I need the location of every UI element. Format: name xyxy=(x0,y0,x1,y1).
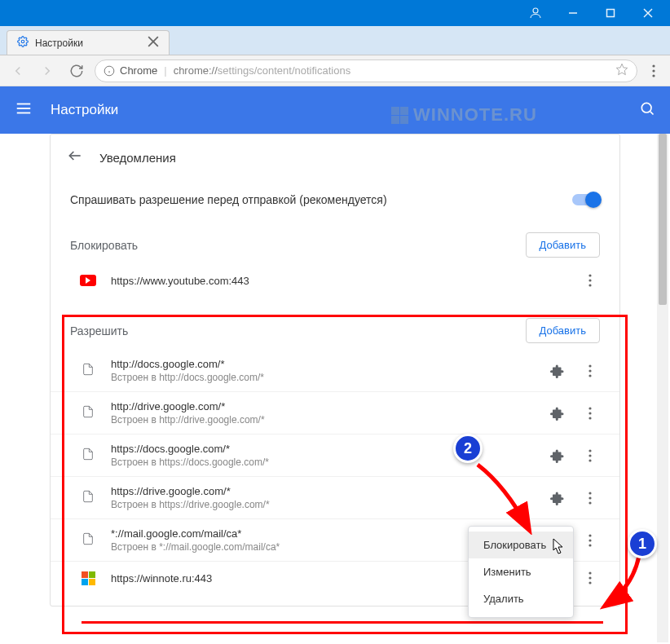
site-row: https://www.youtube.com:443 xyxy=(51,264,619,297)
svg-point-23 xyxy=(588,284,591,286)
site-url: https://www.youtube.com:443 xyxy=(111,275,566,287)
svg-rect-2 xyxy=(607,10,615,17)
row-menu-button[interactable] xyxy=(580,571,600,584)
svg-point-40 xyxy=(588,576,591,579)
allow-section-title: Разрешить xyxy=(70,324,128,337)
annotation-arrow-2 xyxy=(473,461,538,535)
svg-point-29 xyxy=(588,417,591,419)
add-allow-button[interactable]: Добавить xyxy=(526,318,600,343)
minimize-button[interactable] xyxy=(554,0,592,26)
svg-point-31 xyxy=(588,454,591,457)
address-bar[interactable]: Chrome | chrome://settings/content/notif… xyxy=(95,60,637,82)
extension-icon xyxy=(549,405,566,421)
context-menu-item[interactable]: Удалить xyxy=(469,585,573,612)
browser-tab[interactable]: Настройки xyxy=(7,30,170,55)
back-arrow-icon[interactable] xyxy=(67,148,83,167)
browser-toolbar: Chrome | chrome://settings/content/notif… xyxy=(0,55,670,86)
reload-button[interactable] xyxy=(65,60,88,82)
svg-point-25 xyxy=(588,369,591,372)
nav-back-button[interactable] xyxy=(7,60,29,82)
site-favicon xyxy=(80,448,96,464)
svg-line-19 xyxy=(650,112,654,115)
row-menu-button[interactable] xyxy=(580,407,600,420)
svg-point-37 xyxy=(588,539,591,541)
extension-icon xyxy=(549,363,566,379)
svg-point-39 xyxy=(588,571,591,574)
site-sublabel: Встроен в http://drive.google.com/* xyxy=(111,414,535,426)
extension-icon xyxy=(549,490,566,506)
page-title: Уведомления xyxy=(99,151,176,165)
svg-point-30 xyxy=(588,449,591,452)
svg-point-35 xyxy=(588,501,591,504)
site-url: http://drive.google.com/* xyxy=(111,400,535,412)
svg-point-22 xyxy=(588,279,591,281)
site-sublabel: Встроен в https://drive.google.com/* xyxy=(111,499,535,510)
svg-point-27 xyxy=(588,407,591,409)
site-favicon xyxy=(80,570,96,586)
site-favicon xyxy=(80,490,96,506)
browser-menu-button[interactable] xyxy=(644,64,663,77)
extension-icon xyxy=(549,448,566,464)
gear-icon xyxy=(17,36,29,50)
site-sublabel: Встроен в http://docs.google.com/* xyxy=(111,372,535,383)
annotation-arrow-1 xyxy=(600,554,642,611)
close-window-button[interactable] xyxy=(629,0,667,26)
site-row: http://drive.google.com/*Встроен в http:… xyxy=(51,391,619,434)
annotation-badge-2: 2 xyxy=(453,434,483,463)
block-section-header: Блокировать Добавить xyxy=(51,219,619,264)
svg-point-14 xyxy=(652,74,655,77)
site-favicon xyxy=(80,272,96,289)
watermark: WINNOTE.RU xyxy=(391,104,537,126)
ask-permission-row: Спрашивать разрешение перед отправкой (р… xyxy=(51,180,619,219)
maximize-button[interactable] xyxy=(592,0,629,26)
hamburger-menu-icon[interactable] xyxy=(15,99,33,121)
context-menu-item[interactable]: Изменить xyxy=(469,558,573,585)
site-favicon xyxy=(80,532,96,549)
scrollbar-thumb[interactable] xyxy=(659,134,667,305)
svg-point-38 xyxy=(588,544,591,546)
svg-point-26 xyxy=(588,374,591,377)
svg-marker-11 xyxy=(616,64,627,74)
search-icon[interactable] xyxy=(639,100,655,120)
svg-point-32 xyxy=(588,459,591,461)
window-titlebar xyxy=(0,0,670,26)
user-account-icon[interactable] xyxy=(517,0,554,26)
nav-forward-button[interactable] xyxy=(36,60,59,82)
bookmark-star-icon[interactable] xyxy=(615,63,628,78)
url-path: settings/content/notifications xyxy=(218,64,350,77)
svg-point-21 xyxy=(588,274,591,276)
site-url: https://drive.google.com/* xyxy=(111,485,535,497)
row-menu-button[interactable] xyxy=(580,449,600,462)
tab-strip: Настройки xyxy=(0,26,670,55)
add-block-button[interactable]: Добавить xyxy=(526,232,600,258)
row-menu-button[interactable] xyxy=(580,492,600,505)
mouse-cursor-icon xyxy=(551,538,566,556)
address-label: Chrome xyxy=(120,64,157,77)
svg-point-12 xyxy=(652,64,655,67)
svg-point-41 xyxy=(588,581,591,584)
url-scheme: chrome:// xyxy=(174,64,218,77)
row-menu-button[interactable] xyxy=(580,364,600,377)
svg-point-13 xyxy=(652,69,655,72)
svg-point-18 xyxy=(641,103,651,112)
row-menu-button[interactable] xyxy=(580,534,600,547)
annotation-badge-1: 1 xyxy=(628,529,657,558)
svg-point-36 xyxy=(588,534,591,536)
settings-title: Настройки xyxy=(51,102,118,118)
site-row: http://docs.google.com/*Встроен в http:/… xyxy=(51,350,619,391)
site-info-icon[interactable]: Chrome xyxy=(104,64,157,77)
tab-title: Настройки xyxy=(35,37,83,49)
site-url: http://docs.google.com/* xyxy=(111,358,535,370)
svg-point-24 xyxy=(588,364,591,367)
svg-point-28 xyxy=(588,412,591,414)
ask-permission-label: Спрашивать разрешение перед отправкой (р… xyxy=(70,193,387,206)
scrollbar[interactable] xyxy=(657,134,668,642)
page-toolbar: Уведомления xyxy=(51,135,619,180)
annotation-underline xyxy=(82,621,603,624)
site-favicon xyxy=(80,405,96,421)
tab-close-icon[interactable] xyxy=(148,36,159,50)
block-section-title: Блокировать xyxy=(70,239,138,252)
svg-point-34 xyxy=(588,496,591,499)
row-menu-button[interactable] xyxy=(580,274,600,287)
ask-permission-toggle[interactable] xyxy=(572,194,600,205)
